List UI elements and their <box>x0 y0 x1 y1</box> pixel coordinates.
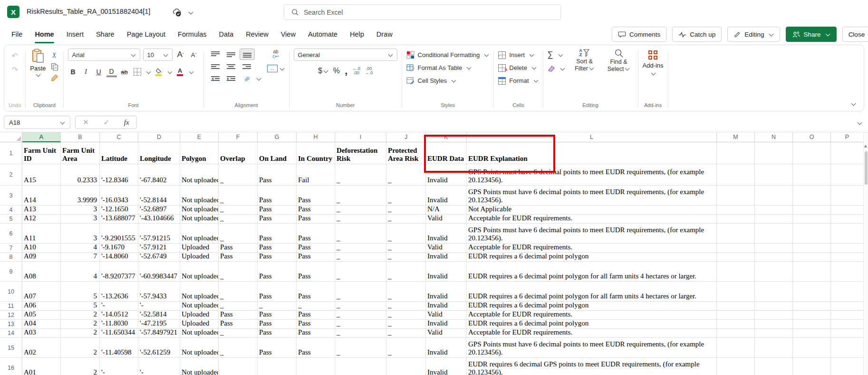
cell-F1[interactable]: Overlap <box>219 142 258 164</box>
collapse-ribbon-chevron-icon[interactable] <box>851 101 856 106</box>
cell-F3[interactable]: _ <box>219 186 258 206</box>
confirm-entry-icon[interactable]: ✓ <box>104 118 110 127</box>
cell-J9[interactable]: _ <box>386 262 426 282</box>
cell-A3[interactable]: A14 <box>22 186 61 206</box>
scroll-up-arrow-icon[interactable] <box>864 145 867 148</box>
cell-H15[interactable]: Pass <box>297 338 335 358</box>
cell-M12[interactable] <box>717 311 755 320</box>
cell-J10[interactable]: _ <box>386 282 426 302</box>
cell-P5[interactable] <box>831 215 864 224</box>
cell-P9[interactable] <box>831 262 864 282</box>
cell-D15[interactable]: '-52.61259 <box>138 338 180 358</box>
cell-O7[interactable] <box>793 244 831 253</box>
merge-chevron-icon[interactable] <box>280 66 284 70</box>
cell-H6[interactable]: Pass <box>297 224 335 244</box>
share-button[interactable]: Share <box>786 27 837 42</box>
cell-A5[interactable]: A12 <box>22 215 61 224</box>
tab-draw[interactable]: Draw <box>370 25 399 44</box>
cell-E10[interactable]: Not uploaded <box>180 282 219 302</box>
cell-N2[interactable] <box>755 164 793 186</box>
cell-N1[interactable] <box>755 142 793 164</box>
column-header-C[interactable]: C <box>100 132 138 142</box>
cell-D16[interactable]: '- <box>138 358 180 375</box>
cell-K9[interactable]: Invalid <box>426 262 467 282</box>
font-size-select[interactable]: 10 <box>143 49 173 61</box>
cell-D1[interactable]: Longitude <box>138 142 180 164</box>
vertical-scrollbar[interactable] <box>863 132 868 375</box>
cell-B10[interactable]: 5 <box>61 282 100 302</box>
expand-formula-bar-chevron-icon[interactable] <box>858 120 862 125</box>
cell-M11[interactable] <box>717 302 755 311</box>
cell-K8[interactable]: Invalid <box>426 253 467 262</box>
cell-A13[interactable]: A04 <box>22 320 61 329</box>
cell-P2[interactable] <box>831 164 864 186</box>
cell-L12[interactable]: Acceptable for EUDR requirements. <box>467 311 717 320</box>
cell-M5[interactable] <box>717 215 755 224</box>
cell-G8[interactable]: Pass <box>258 253 297 262</box>
cell-M2[interactable] <box>717 164 755 186</box>
cell-L15[interactable]: GPS Points must have 6 decimal points to… <box>467 338 717 358</box>
cell-I4[interactable]: _ <box>335 206 386 215</box>
cell-I1[interactable]: Deforestation Risk <box>335 142 386 164</box>
decrease-indent-button[interactable] <box>208 73 222 84</box>
cell-C5[interactable]: '-13.688077 <box>100 215 138 224</box>
cell-L6[interactable]: GPS Points must have 6 decimal points to… <box>467 224 717 244</box>
number-format-select[interactable]: General <box>294 49 397 61</box>
cell-C6[interactable]: '-9.2901555 <box>100 224 138 244</box>
cell-D11[interactable]: '- <box>138 302 180 311</box>
cell-G1[interactable]: On Land <box>258 142 297 164</box>
cell-N7[interactable] <box>755 244 793 253</box>
cell-I3[interactable]: _ <box>335 186 386 206</box>
column-header-M[interactable]: M <box>717 132 755 142</box>
column-header-G[interactable]: G <box>258 132 297 142</box>
italic-button[interactable]: I <box>81 66 91 78</box>
cell-G5[interactable]: Pass <box>258 215 297 224</box>
cell-L3[interactable]: GPS Points must have 6 decimal points to… <box>467 186 717 206</box>
tab-share[interactable]: Share <box>90 25 121 44</box>
cell-H8[interactable]: Pass <box>297 253 335 262</box>
catch-up-button[interactable]: Catch up <box>672 27 722 42</box>
cell-O16[interactable] <box>793 358 831 375</box>
cell-B5[interactable]: 3 <box>61 215 100 224</box>
cell-F13[interactable]: Pass <box>219 320 258 329</box>
cell-J4[interactable]: _ <box>386 206 426 215</box>
cell-L8[interactable]: EUDR requires a 6 decimal point polygon <box>467 253 717 262</box>
cell-I9[interactable]: _ <box>335 262 386 282</box>
format-painter-icon[interactable] <box>51 74 59 82</box>
cell-J2[interactable]: _ <box>386 164 426 186</box>
redo-button[interactable]: ↷ <box>11 65 18 74</box>
cell-G13[interactable]: Pass <box>258 320 297 329</box>
cell-M10[interactable] <box>717 282 755 302</box>
cell-B8[interactable]: 7 <box>61 253 100 262</box>
cell-L7[interactable]: Acceptable for EUDR requirements. <box>467 244 717 253</box>
cell-N15[interactable] <box>755 338 793 358</box>
row-header-16[interactable]: 16 <box>0 358 22 375</box>
document-title[interactable]: RiskResults_Table_RA_00151882404[1] <box>27 8 150 15</box>
cell-L4[interactable]: Not Applicable <box>467 206 717 215</box>
editing-mode-button[interactable]: Editing <box>727 27 780 42</box>
cell-A16[interactable]: A01 <box>22 358 61 375</box>
cell-L5[interactable]: Acceptable for EUDR requirements. <box>467 215 717 224</box>
cell-E15[interactable]: Not uploaded <box>180 338 219 358</box>
column-header-H[interactable]: H <box>297 132 335 142</box>
tab-formulas[interactable]: Formulas <box>172 25 212 44</box>
cell-E6[interactable]: Not uploaded <box>180 224 219 244</box>
cell-F15[interactable]: _ <box>219 338 258 358</box>
cell-I12[interactable]: _ <box>335 311 386 320</box>
scrollbar-thumb[interactable] <box>865 151 868 185</box>
cell-I7[interactable]: _ <box>335 244 386 253</box>
cell-E12[interactable]: Uploaded <box>180 311 219 320</box>
undo-button[interactable]: ↶ <box>11 51 18 60</box>
tab-help[interactable]: Help <box>344 25 370 44</box>
borders-chevron-icon[interactable] <box>146 69 151 74</box>
cell-A8[interactable]: A09 <box>22 253 61 262</box>
cell-E11[interactable]: Not uploaded <box>180 302 219 311</box>
cell-D6[interactable]: '-57.91215 <box>138 224 180 244</box>
cell-C2[interactable]: '-12.8346 <box>100 164 138 186</box>
cell-F10[interactable]: _ <box>219 282 258 302</box>
cell-A2[interactable]: A15 <box>22 164 61 186</box>
cell-H13[interactable]: Pass <box>297 320 335 329</box>
cell-E8[interactable]: Uploaded <box>180 253 219 262</box>
cell-N16[interactable] <box>755 358 793 375</box>
cell-J15[interactable]: _ <box>386 338 426 358</box>
